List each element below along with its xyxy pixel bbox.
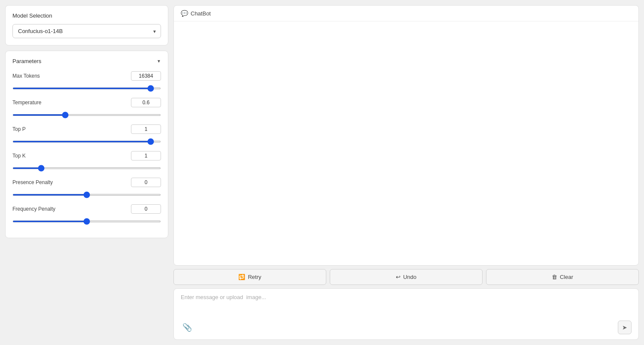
top-k-input[interactable] xyxy=(131,151,161,160)
max-tokens-label: Max Tokens xyxy=(12,73,40,79)
parameters-card: Parameters ▼ Max Tokens Temperature Top … xyxy=(5,51,168,238)
top-p-label: Top P xyxy=(12,126,26,132)
param-top-p: Top P xyxy=(12,124,161,144)
frequency-penalty-slider[interactable] xyxy=(12,221,161,222)
clear-icon: 🗑 xyxy=(552,274,557,280)
param-max-tokens: Max Tokens xyxy=(12,71,161,91)
max-tokens-slider[interactable] xyxy=(12,88,161,89)
message-input[interactable] xyxy=(181,294,632,317)
presence-penalty-slider[interactable] xyxy=(12,194,161,196)
retry-button[interactable]: 🔁 Retry xyxy=(173,269,326,285)
max-tokens-input[interactable] xyxy=(131,71,161,81)
params-header: Parameters ▼ xyxy=(12,58,161,64)
param-top-k: Top K xyxy=(12,151,161,171)
clear-button[interactable]: 🗑 Clear xyxy=(486,269,639,285)
chatbot-title: ChatBot xyxy=(191,10,211,17)
chatbot-icon: 💬 xyxy=(181,10,188,17)
top-p-slider[interactable] xyxy=(12,141,161,142)
model-selection-title: Model Selection xyxy=(12,12,161,19)
chat-header: 💬 ChatBot xyxy=(174,6,638,21)
model-select-wrapper: Confucius-o1-14BGPT-4Claude-3 ▼ xyxy=(12,24,161,38)
attach-button[interactable]: 📎 xyxy=(181,321,194,334)
top-p-input[interactable] xyxy=(131,124,161,134)
input-card: 📎 ➤ xyxy=(173,288,639,340)
top-k-slider[interactable] xyxy=(12,167,161,169)
parameters-title: Parameters xyxy=(12,58,41,64)
undo-label: Undo xyxy=(403,274,416,280)
frequency-penalty-label: Frequency Penalty xyxy=(12,206,55,212)
undo-button[interactable]: ↩ Undo xyxy=(330,269,483,285)
retry-icon: 🔁 xyxy=(238,274,245,280)
frequency-penalty-input[interactable] xyxy=(131,204,161,214)
attach-icon: 📎 xyxy=(182,323,192,332)
presence-penalty-input[interactable] xyxy=(131,178,161,187)
undo-icon: ↩ xyxy=(396,274,401,280)
param-presence-penalty: Presence Penalty xyxy=(12,178,161,197)
temperature-input[interactable] xyxy=(131,98,161,107)
send-button[interactable]: ➤ xyxy=(618,321,632,334)
retry-label: Retry xyxy=(248,274,261,280)
presence-penalty-label: Presence Penalty xyxy=(12,179,53,185)
temperature-slider[interactable] xyxy=(12,114,161,116)
temperature-label: Temperature xyxy=(12,100,41,106)
chat-card: 💬 ChatBot xyxy=(173,5,639,266)
model-select[interactable]: Confucius-o1-14BGPT-4Claude-3 xyxy=(12,24,161,38)
param-temperature: Temperature xyxy=(12,98,161,118)
left-panel: Model Selection Confucius-o1-14BGPT-4Cla… xyxy=(5,5,168,340)
send-icon: ➤ xyxy=(622,324,627,331)
params-collapse-arrow[interactable]: ▼ xyxy=(157,59,161,64)
model-selection-card: Model Selection Confucius-o1-14BGPT-4Cla… xyxy=(5,5,168,45)
chat-messages-area xyxy=(174,21,638,265)
right-panel: 💬 ChatBot 🔁 Retry ↩ Undo 🗑 Clear 📎 ➤ xyxy=(173,5,639,340)
top-k-label: Top K xyxy=(12,153,26,159)
input-footer: 📎 ➤ xyxy=(181,321,632,334)
action-buttons: 🔁 Retry ↩ Undo 🗑 Clear xyxy=(173,269,639,285)
param-frequency-penalty: Frequency Penalty xyxy=(12,204,161,224)
clear-label: Clear xyxy=(560,274,573,280)
